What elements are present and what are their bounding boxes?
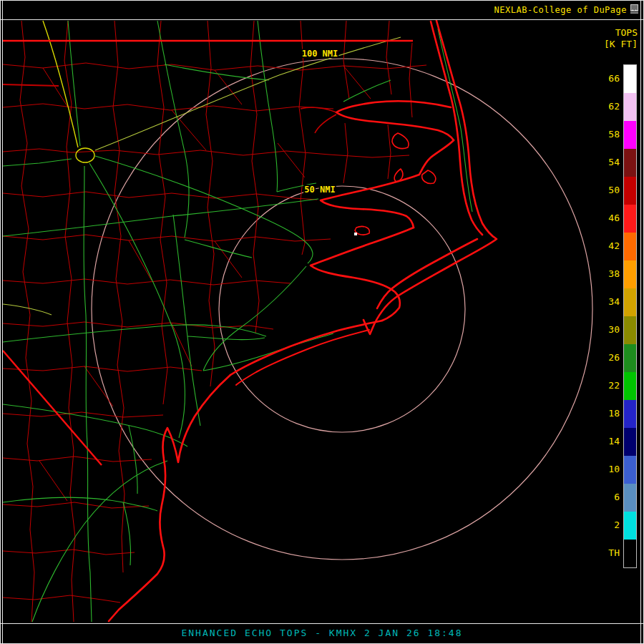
cod-logo-icon	[630, 4, 639, 14]
legend-tick-label: TH	[604, 539, 620, 567]
legend-tick-label: 26	[604, 343, 620, 371]
legend-swatch	[624, 65, 636, 93]
beltline-loop	[76, 148, 94, 162]
range-ring-50nmi	[219, 186, 465, 432]
legend-tick-label: 62	[604, 92, 620, 120]
coastline	[109, 21, 497, 621]
footer-separator-line	[0, 623, 644, 624]
radar-display: NEXLAB-College of DuPage	[0, 0, 644, 644]
frame-line	[0, 0, 1, 644]
frame-line	[0, 0, 644, 1]
legend-swatch	[624, 260, 636, 288]
legend-tick-label: 34	[604, 288, 620, 316]
white-map-marker	[354, 233, 357, 235]
legend-tick-label: 46	[604, 204, 620, 232]
legend-swatch	[624, 149, 636, 177]
legend-header: TOPS [K FT]	[604, 27, 638, 50]
legend-tick-label: 42	[604, 232, 620, 260]
legend-swatch	[624, 484, 636, 512]
legend-tick-label: 6	[604, 483, 620, 511]
county-borders	[3, 21, 426, 622]
color-scale-legend: 66625854504642383430262218141062TH	[604, 64, 637, 568]
ring-label-50nmi: 50 NMI	[304, 185, 335, 195]
legend-tick-label: 22	[604, 371, 620, 399]
secondary-roads	[3, 37, 401, 315]
state-borders	[3, 41, 413, 465]
legend-tick-label: 30	[604, 316, 620, 343]
legend-tick-label: 50	[604, 176, 620, 204]
range-ring-labels: 100 NMI 50 NMI	[302, 49, 338, 195]
legend-swatch	[624, 428, 636, 456]
legend-tick-label: 14	[604, 427, 620, 455]
highways	[43, 21, 94, 162]
legend-swatch	[624, 456, 636, 484]
legend-swatch	[624, 540, 636, 567]
legend-tick-label: 54	[604, 148, 620, 176]
legend-swatch	[624, 233, 636, 260]
legend-units: [K FT]	[604, 39, 638, 50]
product-caption: ENHANCED ECHO TOPS - KMHX 2 JAN 26 18:48	[0, 628, 644, 638]
brand-text: NEXLAB-College of DuPage	[494, 5, 627, 15]
range-ring-100nmi	[92, 59, 592, 560]
state-border-nc-sc	[3, 351, 102, 465]
legend-swatch	[624, 205, 636, 233]
radar-map: 100 NMI 50 NMI	[3, 20, 605, 623]
legend-swatch	[624, 400, 636, 428]
frame-line	[640, 0, 641, 644]
legend-swatch	[624, 344, 636, 372]
legend-tick-label: 18	[604, 399, 620, 427]
legend-tick-label: 58	[604, 120, 620, 148]
road-network	[3, 21, 472, 622]
legend-labels: 66625854504642383430262218141062TH	[604, 64, 620, 567]
range-rings	[92, 59, 592, 560]
legend-tick-label: 38	[604, 260, 620, 288]
legend-title: TOPS	[604, 27, 638, 39]
legend-swatch	[624, 512, 636, 540]
legend-bar	[623, 64, 637, 568]
legend-swatch	[624, 121, 636, 149]
legend-tick-label: 66	[604, 64, 620, 92]
ring-label-100nmi: 100 NMI	[302, 49, 338, 59]
legend-swatch	[624, 177, 636, 205]
legend-swatch	[624, 93, 636, 121]
legend-swatch	[624, 372, 636, 400]
legend-tick-label: 2	[604, 511, 620, 539]
legend-swatch	[624, 288, 636, 316]
legend-swatch	[624, 316, 636, 344]
legend-tick-label: 10	[604, 455, 620, 483]
